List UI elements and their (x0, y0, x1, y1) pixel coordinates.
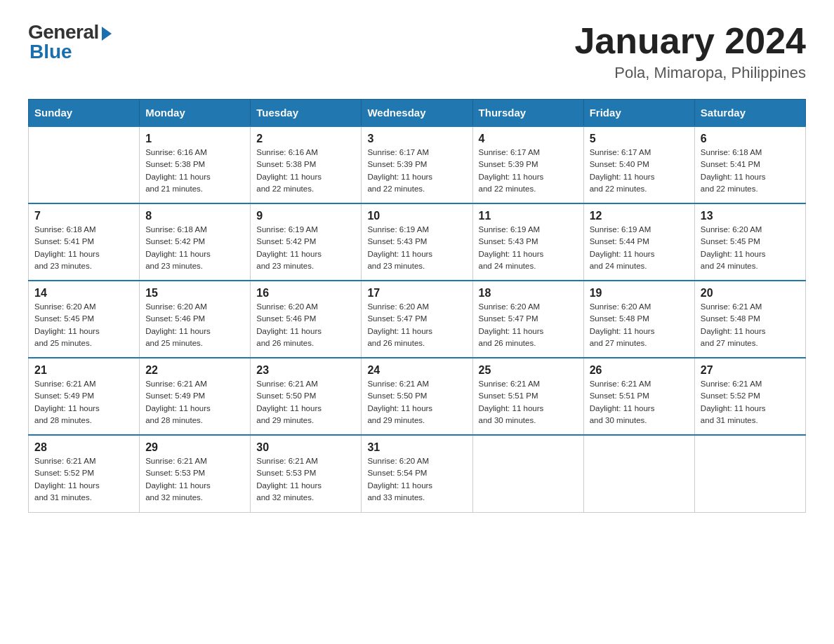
day-info: Sunrise: 6:21 AM Sunset: 5:50 PM Dayligh… (367, 378, 466, 427)
calendar-cell: 20Sunrise: 6:21 AM Sunset: 5:48 PM Dayli… (694, 281, 805, 358)
day-number: 15 (145, 287, 244, 300)
weekday-header-wednesday: Wednesday (362, 100, 472, 127)
weekday-header-row: SundayMondayTuesdayWednesdayThursdayFrid… (29, 100, 806, 127)
calendar-cell: 15Sunrise: 6:20 AM Sunset: 5:46 PM Dayli… (140, 281, 251, 358)
day-info: Sunrise: 6:17 AM Sunset: 5:40 PM Dayligh… (590, 147, 689, 195)
calendar-cell: 10Sunrise: 6:19 AM Sunset: 5:43 PM Dayli… (362, 203, 472, 281)
day-number: 26 (590, 364, 689, 377)
calendar-week-row: 7Sunrise: 6:18 AM Sunset: 5:41 PM Daylig… (29, 203, 806, 281)
day-number: 25 (479, 364, 578, 377)
weekday-header-friday: Friday (583, 100, 694, 127)
calendar-cell (694, 435, 805, 512)
day-info: Sunrise: 6:19 AM Sunset: 5:43 PM Dayligh… (479, 224, 578, 272)
day-info: Sunrise: 6:20 AM Sunset: 5:45 PM Dayligh… (34, 301, 133, 349)
calendar-cell: 17Sunrise: 6:20 AM Sunset: 5:47 PM Dayli… (362, 281, 472, 358)
day-number: 20 (701, 287, 800, 300)
day-number: 4 (479, 133, 578, 145)
calendar-week-row: 21Sunrise: 6:21 AM Sunset: 5:49 PM Dayli… (29, 358, 806, 435)
logo-blue-text: Blue (28, 41, 72, 63)
calendar-cell: 30Sunrise: 6:21 AM Sunset: 5:53 PM Dayli… (251, 435, 362, 512)
month-title: January 2024 (574, 21, 806, 61)
day-info: Sunrise: 6:20 AM Sunset: 5:45 PM Dayligh… (701, 224, 800, 272)
day-info: Sunrise: 6:21 AM Sunset: 5:53 PM Dayligh… (145, 455, 244, 504)
weekday-header-sunday: Sunday (29, 100, 140, 127)
day-number: 23 (256, 364, 355, 377)
day-number: 2 (256, 133, 355, 145)
calendar-cell (29, 126, 140, 203)
day-info: Sunrise: 6:21 AM Sunset: 5:49 PM Dayligh… (145, 378, 244, 427)
weekday-header-thursday: Thursday (472, 100, 583, 127)
day-number: 21 (34, 364, 133, 377)
day-number: 6 (701, 133, 800, 145)
day-info: Sunrise: 6:17 AM Sunset: 5:39 PM Dayligh… (479, 147, 578, 195)
calendar-week-row: 14Sunrise: 6:20 AM Sunset: 5:45 PM Dayli… (29, 281, 806, 358)
day-info: Sunrise: 6:20 AM Sunset: 5:46 PM Dayligh… (145, 301, 244, 349)
day-number: 1 (145, 133, 244, 145)
calendar-cell: 31Sunrise: 6:20 AM Sunset: 5:54 PM Dayli… (362, 435, 472, 512)
day-info: Sunrise: 6:21 AM Sunset: 5:51 PM Dayligh… (479, 378, 578, 427)
day-number: 30 (256, 441, 355, 454)
calendar-cell: 27Sunrise: 6:21 AM Sunset: 5:52 PM Dayli… (694, 358, 805, 435)
weekday-header-monday: Monday (140, 100, 251, 127)
calendar-cell: 5Sunrise: 6:17 AM Sunset: 5:40 PM Daylig… (583, 126, 694, 203)
calendar-cell: 9Sunrise: 6:19 AM Sunset: 5:42 PM Daylig… (251, 203, 362, 281)
day-info: Sunrise: 6:16 AM Sunset: 5:38 PM Dayligh… (145, 147, 244, 195)
calendar-table: SundayMondayTuesdayWednesdayThursdayFrid… (28, 99, 806, 513)
day-info: Sunrise: 6:18 AM Sunset: 5:41 PM Dayligh… (701, 147, 800, 195)
calendar-cell: 28Sunrise: 6:21 AM Sunset: 5:52 PM Dayli… (29, 435, 140, 512)
day-info: Sunrise: 6:21 AM Sunset: 5:50 PM Dayligh… (256, 378, 355, 427)
day-info: Sunrise: 6:17 AM Sunset: 5:39 PM Dayligh… (367, 147, 466, 195)
page-header: General Blue January 2024 Pola, Mimaropa… (28, 21, 806, 82)
calendar-cell: 3Sunrise: 6:17 AM Sunset: 5:39 PM Daylig… (362, 126, 472, 203)
calendar-cell: 12Sunrise: 6:19 AM Sunset: 5:44 PM Dayli… (583, 203, 694, 281)
day-number: 16 (256, 287, 355, 300)
title-section: January 2024 Pola, Mimaropa, Philippines (574, 21, 806, 82)
day-number: 24 (367, 364, 466, 377)
calendar-cell: 13Sunrise: 6:20 AM Sunset: 5:45 PM Dayli… (694, 203, 805, 281)
day-number: 19 (590, 287, 689, 300)
day-info: Sunrise: 6:21 AM Sunset: 5:52 PM Dayligh… (34, 455, 133, 504)
calendar-cell: 22Sunrise: 6:21 AM Sunset: 5:49 PM Dayli… (140, 358, 251, 435)
day-number: 29 (145, 441, 244, 454)
day-info: Sunrise: 6:19 AM Sunset: 5:44 PM Dayligh… (590, 224, 689, 272)
weekday-header-tuesday: Tuesday (251, 100, 362, 127)
day-number: 14 (34, 287, 133, 300)
calendar-week-row: 28Sunrise: 6:21 AM Sunset: 5:52 PM Dayli… (29, 435, 806, 512)
calendar-cell (472, 435, 583, 512)
day-info: Sunrise: 6:20 AM Sunset: 5:47 PM Dayligh… (367, 301, 466, 349)
day-info: Sunrise: 6:21 AM Sunset: 5:53 PM Dayligh… (256, 455, 355, 504)
calendar-cell: 14Sunrise: 6:20 AM Sunset: 5:45 PM Dayli… (29, 281, 140, 358)
calendar-cell: 2Sunrise: 6:16 AM Sunset: 5:38 PM Daylig… (251, 126, 362, 203)
calendar-week-row: 1Sunrise: 6:16 AM Sunset: 5:38 PM Daylig… (29, 126, 806, 203)
calendar-cell: 26Sunrise: 6:21 AM Sunset: 5:51 PM Dayli… (583, 358, 694, 435)
day-number: 17 (367, 287, 466, 300)
calendar-cell: 21Sunrise: 6:21 AM Sunset: 5:49 PM Dayli… (29, 358, 140, 435)
day-number: 5 (590, 133, 689, 145)
calendar-cell (583, 435, 694, 512)
day-number: 7 (34, 210, 133, 222)
location-title: Pola, Mimaropa, Philippines (574, 64, 806, 82)
day-info: Sunrise: 6:18 AM Sunset: 5:42 PM Dayligh… (145, 224, 244, 272)
day-number: 31 (367, 441, 466, 454)
day-info: Sunrise: 6:19 AM Sunset: 5:43 PM Dayligh… (367, 224, 466, 272)
day-info: Sunrise: 6:21 AM Sunset: 5:49 PM Dayligh… (34, 378, 133, 427)
calendar-cell: 19Sunrise: 6:20 AM Sunset: 5:48 PM Dayli… (583, 281, 694, 358)
day-number: 22 (145, 364, 244, 377)
day-info: Sunrise: 6:18 AM Sunset: 5:41 PM Dayligh… (34, 224, 133, 272)
calendar-cell: 8Sunrise: 6:18 AM Sunset: 5:42 PM Daylig… (140, 203, 251, 281)
day-number: 9 (256, 210, 355, 222)
day-number: 27 (701, 364, 800, 377)
calendar-cell: 7Sunrise: 6:18 AM Sunset: 5:41 PM Daylig… (29, 203, 140, 281)
day-info: Sunrise: 6:20 AM Sunset: 5:54 PM Dayligh… (367, 455, 466, 504)
day-info: Sunrise: 6:21 AM Sunset: 5:52 PM Dayligh… (701, 378, 800, 427)
day-number: 10 (367, 210, 466, 222)
calendar-cell: 18Sunrise: 6:20 AM Sunset: 5:47 PM Dayli… (472, 281, 583, 358)
day-info: Sunrise: 6:20 AM Sunset: 5:48 PM Dayligh… (590, 301, 689, 349)
day-number: 8 (145, 210, 244, 222)
weekday-header-saturday: Saturday (694, 100, 805, 127)
day-info: Sunrise: 6:16 AM Sunset: 5:38 PM Dayligh… (256, 147, 355, 195)
day-info: Sunrise: 6:21 AM Sunset: 5:51 PM Dayligh… (590, 378, 689, 427)
logo-arrow-icon (102, 27, 112, 41)
calendar-cell: 4Sunrise: 6:17 AM Sunset: 5:39 PM Daylig… (472, 126, 583, 203)
calendar-cell: 1Sunrise: 6:16 AM Sunset: 5:38 PM Daylig… (140, 126, 251, 203)
